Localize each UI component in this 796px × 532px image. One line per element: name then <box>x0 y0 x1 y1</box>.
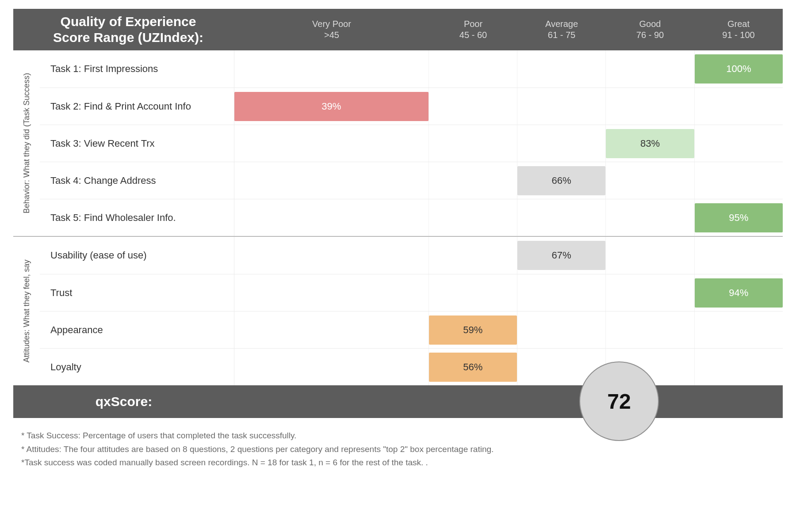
section-behavior: Behavior: What they did (Task Success) T… <box>13 50 783 236</box>
header-title-line2: Score Range (UZIndex): <box>31 30 226 46</box>
score-pill: 59% <box>429 315 517 345</box>
attitudes-rows: Usability (ease of use) 67% Trust 94% <box>40 237 783 385</box>
table-row: Task 5: Find Wholesaler Info. 95% <box>40 199 783 236</box>
row-label: Usability (ease of use) <box>40 237 234 274</box>
tick-poor: Poor 45 - 60 <box>429 9 517 50</box>
score-pill: 56% <box>429 353 517 382</box>
footnotes: * Task Success: Percentage of users that… <box>13 429 783 469</box>
table-row: Task 2: Find & Print Account Info 39% <box>40 87 783 125</box>
uzindex-scorecard: Quality of Experience Score Range (UZInd… <box>0 0 796 475</box>
score-pill: 94% <box>695 278 783 308</box>
row-label: Task 2: Find & Print Account Info <box>40 88 234 125</box>
tick-very-poor: Very Poor >45 <box>234 9 429 50</box>
header-bar: Quality of Experience Score Range (UZInd… <box>13 9 783 50</box>
tick-average: Average 61 - 75 <box>517 9 606 50</box>
table-row: Usability (ease of use) 67% <box>40 237 783 274</box>
row-label: Task 5: Find Wholesaler Info. <box>40 199 234 236</box>
score-pill: 66% <box>517 166 605 195</box>
score-pill: 100% <box>695 54 783 84</box>
table-row: Task 1: First Impressions 100% <box>40 50 783 87</box>
row-label: Trust <box>40 274 234 311</box>
qxscore-value: 72 <box>607 389 631 414</box>
score-axis: Very Poor >45 Poor 45 - 60 Average 61 - … <box>234 9 783 50</box>
row-label: Appearance <box>40 312 234 348</box>
score-pill: 83% <box>606 129 694 158</box>
side-label-behavior: Behavior: What they did (Task Success) <box>13 50 40 236</box>
row-label: Task 4: Change Address <box>40 162 234 199</box>
table-row: Appearance 59% <box>40 311 783 348</box>
score-pill: 39% <box>234 92 429 121</box>
qxscore-bar: qxScore: 72 <box>13 385 783 418</box>
footnote: *Task success was coded manually based s… <box>21 456 783 469</box>
header-title-line1: Quality of Experience <box>31 14 226 30</box>
qxscore-value-circle: 72 <box>579 361 659 441</box>
row-label: Task 3: View Recent Trx <box>40 125 234 162</box>
table-row: Task 3: View Recent Trx 83% <box>40 125 783 162</box>
qxscore-label: qxScore: <box>13 394 234 409</box>
side-label-attitudes: Attitudes: What they feel, say <box>13 237 40 385</box>
behavior-rows: Task 1: First Impressions 100% Task 2: F… <box>40 50 783 236</box>
header-title: Quality of Experience Score Range (UZInd… <box>13 11 234 48</box>
footnote: * Task Success: Percentage of users that… <box>21 429 783 442</box>
row-label: Loyalty <box>40 349 234 385</box>
section-attitudes: Attitudes: What they feel, say Usability… <box>13 236 783 385</box>
row-label: Task 1: First Impressions <box>40 50 234 87</box>
tick-great: Great 91 - 100 <box>694 9 783 50</box>
tick-good: Good 76 - 90 <box>606 9 694 50</box>
table-row: Trust 94% <box>40 274 783 311</box>
score-pill: 67% <box>517 241 605 270</box>
score-pill: 95% <box>695 203 783 232</box>
footnote: * Attitudes: The four attitudes are base… <box>21 443 783 456</box>
table-row: Loyalty 56% <box>40 348 783 385</box>
table-row: Task 4: Change Address 66% <box>40 162 783 199</box>
